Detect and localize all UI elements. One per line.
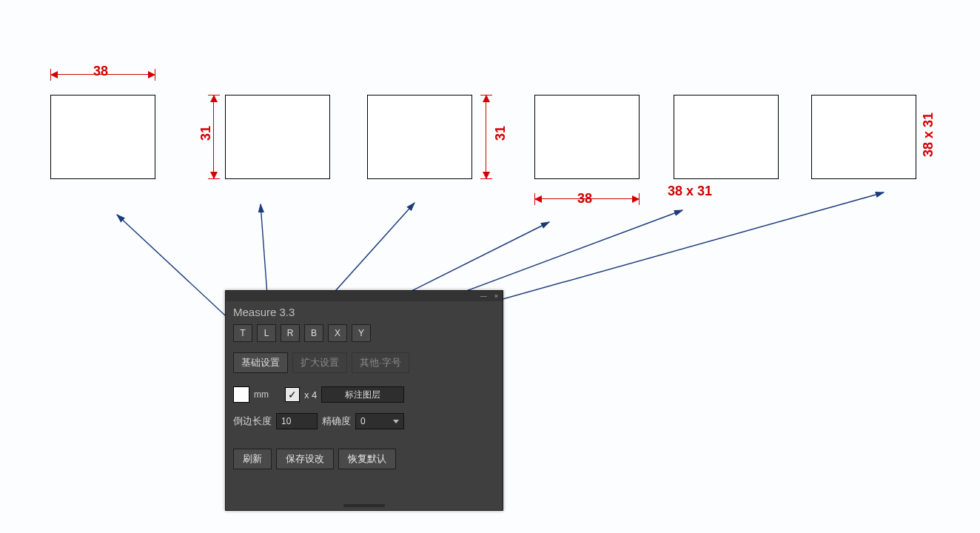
side-length-label: 倒边长度 — [233, 415, 272, 428]
mode-button-row: T L R B X Y — [226, 321, 503, 345]
dimension-left-height-label: 31 — [198, 126, 214, 141]
mode-button-x[interactable]: X — [328, 324, 347, 342]
dimension-area-label: 38 x 31 — [668, 184, 712, 199]
precision-select[interactable]: 0 — [355, 413, 404, 429]
dimension-right-height — [486, 95, 486, 179]
dimension-bottom-width-label: 38 — [577, 191, 592, 207]
panel-titlebar[interactable]: — × — [226, 291, 503, 301]
sample-rect-3 — [367, 95, 472, 179]
save-button[interactable]: 保存设改 — [276, 449, 334, 469]
scale-checkbox-label: x 4 — [304, 389, 317, 400]
panel-title: Measure 3.3 — [226, 301, 503, 321]
precision-label: 精确度 — [322, 415, 351, 428]
refresh-button[interactable]: 刷新 — [233, 449, 272, 469]
reset-button[interactable]: 恢复默认 — [338, 449, 396, 469]
mode-button-y[interactable]: Y — [352, 324, 371, 342]
sample-rect-1 — [50, 95, 155, 179]
sample-rect-6 — [811, 95, 916, 179]
minimize-icon[interactable]: — — [480, 292, 487, 300]
mode-button-bottom[interactable]: B — [304, 324, 323, 342]
mode-button-left[interactable]: L — [257, 324, 276, 342]
tab-basic-settings[interactable]: 基础设置 — [233, 352, 288, 373]
sample-rect-5 — [674, 95, 779, 179]
tab-other-fontsize[interactable]: 其他·字号 — [352, 352, 409, 373]
color-unit-row: mm ✓ x 4 标注图层 — [226, 383, 503, 406]
chevron-down-icon — [393, 420, 399, 423]
sample-rect-2 — [225, 95, 330, 179]
action-button-row: 刷新 保存设改 恢复默认 — [226, 446, 503, 472]
layer-button[interactable]: 标注图层 — [321, 386, 404, 403]
color-swatch[interactable] — [233, 386, 249, 403]
dimension-side-label: 38 x 31 — [921, 113, 936, 157]
close-icon[interactable]: × — [494, 292, 498, 300]
dimension-top-width-label: 38 — [93, 64, 108, 79]
dimension-right-height-label: 31 — [493, 126, 509, 141]
mode-button-top[interactable]: T — [233, 324, 252, 342]
tab-row: 基础设置 扩大设置 其他·字号 — [226, 349, 503, 376]
mode-button-right[interactable]: R — [281, 324, 300, 342]
tab-expand-settings[interactable]: 扩大设置 — [292, 352, 347, 373]
side-length-input[interactable] — [276, 413, 318, 429]
scale-checkbox[interactable]: ✓ — [285, 387, 300, 402]
sidelen-precision-row: 倒边长度 精确度 0 — [226, 410, 503, 432]
panel-resize-grip[interactable] — [343, 504, 385, 507]
precision-value: 0 — [360, 416, 366, 426]
sample-rect-4 — [534, 95, 640, 179]
unit-label: mm — [254, 389, 269, 400]
measure-panel[interactable]: — × Measure 3.3 T L R B X Y 基础设置 扩大设置 其他… — [225, 290, 503, 511]
